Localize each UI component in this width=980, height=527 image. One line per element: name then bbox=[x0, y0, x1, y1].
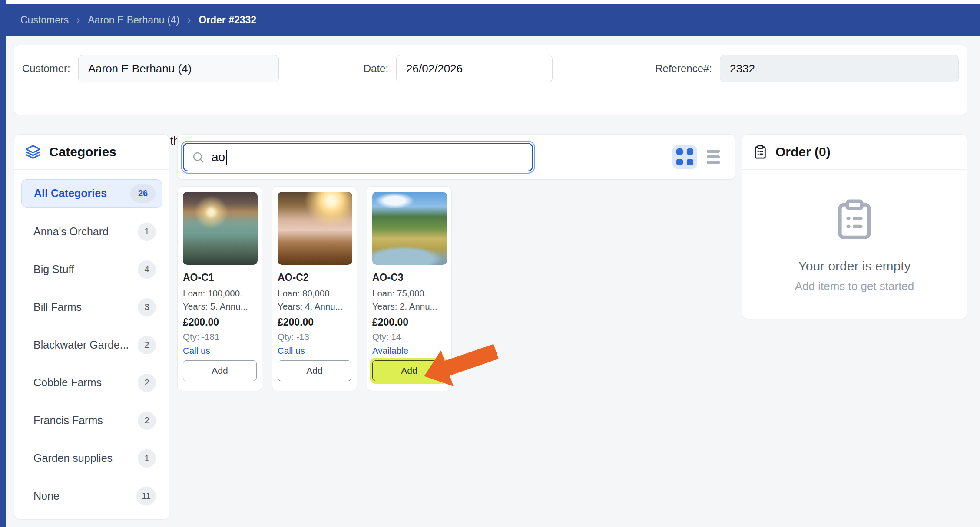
category-item-none[interactable]: None 11 bbox=[21, 482, 162, 510]
product-image-ao-c2 bbox=[278, 192, 352, 265]
category-count-badge: 4 bbox=[138, 260, 156, 279]
layers-icon bbox=[25, 144, 41, 160]
category-item-cobble-farms[interactable]: Cobble Farms 2 bbox=[21, 369, 162, 396]
product-description: Loan: 75,000. Years: 2. Annu... bbox=[372, 287, 446, 313]
categories-title: Categories bbox=[49, 145, 116, 159]
reference-label: Reference#: bbox=[655, 63, 712, 75]
product-sku: AO-C3 bbox=[372, 272, 446, 283]
category-label: Blackwater Garde... bbox=[33, 339, 129, 351]
category-item-big-stuff[interactable]: Big Stuff 4 bbox=[21, 256, 162, 283]
product-availability-status: Available bbox=[372, 346, 446, 356]
clipboard-icon bbox=[753, 145, 768, 159]
categories-header: Categories bbox=[14, 135, 169, 170]
order-empty-title: Your order is empty bbox=[798, 259, 910, 273]
search-icon bbox=[192, 151, 205, 164]
breadcrumb: Customers › Aaron E Berhanu (4) › Order … bbox=[0, 14, 256, 26]
date-label: Date: bbox=[364, 63, 388, 75]
product-card-ao-c1: AO-C1 Loan: 100,000. Years: 5. Annu... £… bbox=[177, 186, 262, 391]
reference-value: 2332 bbox=[730, 62, 755, 76]
grid-view-icon bbox=[676, 148, 683, 155]
category-count-badge: 2 bbox=[138, 336, 156, 354]
left-edge-strip bbox=[0, 0, 6, 527]
category-count-badge: 3 bbox=[138, 298, 156, 316]
product-price: £200.00 bbox=[278, 316, 351, 328]
view-toggles bbox=[672, 145, 735, 169]
category-item-francis-farms[interactable]: Francis Farms 2 bbox=[21, 407, 162, 434]
category-count-badge: 26 bbox=[130, 184, 156, 203]
grid-view-toggle[interactable] bbox=[672, 145, 697, 169]
order-empty-subtitle: Add items to get started bbox=[795, 280, 914, 293]
category-label: Francis Farms bbox=[33, 414, 103, 427]
product-qty: Qty: -13 bbox=[278, 332, 351, 342]
category-count-badge: 1 bbox=[138, 449, 156, 468]
order-panel-header: Order (0) bbox=[742, 135, 967, 170]
category-label: Big Stuff bbox=[33, 263, 74, 276]
customer-label: Customer: bbox=[22, 63, 70, 75]
list-view-icon bbox=[707, 150, 720, 153]
date-value: 26/02/2026 bbox=[406, 62, 463, 76]
product-price: £200.00 bbox=[372, 316, 446, 328]
categories-panel: Categories All Categories 26 Anna's Orch… bbox=[14, 134, 169, 520]
add-button-ao-c2[interactable]: Add bbox=[278, 360, 351, 381]
product-card-ao-c3: AO-C3 Loan: 75,000. Years: 2. Annu... £2… bbox=[367, 186, 452, 391]
product-qty: Qty: 14 bbox=[372, 332, 446, 342]
product-availability-link[interactable]: Call us bbox=[278, 346, 351, 356]
search-value: ao bbox=[212, 150, 225, 164]
breadcrumb-separator-icon: › bbox=[187, 14, 191, 26]
breadcrumb-customer-name[interactable]: Aaron E Berhanu (4) bbox=[88, 14, 179, 26]
breadcrumb-separator-icon: › bbox=[76, 14, 80, 26]
date-input[interactable]: 26/02/2026 bbox=[396, 55, 553, 82]
category-item-garden-supplies[interactable]: Garden supplies 1 bbox=[21, 445, 162, 472]
category-item-blackwater-gardens[interactable]: Blackwater Garde... 2 bbox=[21, 331, 162, 359]
add-button-ao-c3-highlighted[interactable]: Add bbox=[372, 360, 446, 381]
product-card-ao-c2: AO-C2 Loan: 80,000. Years: 4. Annu... £2… bbox=[272, 186, 357, 391]
category-item-annas-orchard[interactable]: Anna's Orchard 1 bbox=[21, 218, 162, 245]
product-qty: Qty: -181 bbox=[183, 332, 257, 342]
product-sku: AO-C1 bbox=[183, 272, 257, 283]
empty-clipboard-icon bbox=[833, 195, 876, 243]
category-label: Anna's Orchard bbox=[33, 225, 109, 238]
category-label: Bill Farms bbox=[33, 301, 82, 313]
category-label: None bbox=[33, 490, 60, 502]
product-availability-link[interactable]: Call us bbox=[183, 346, 257, 356]
order-panel-title: Order (0) bbox=[775, 145, 831, 159]
order-panel: Order (0) Your order is empty Add items … bbox=[742, 134, 967, 319]
product-price: £200.00 bbox=[183, 316, 257, 328]
product-description: Loan: 80,000. Years: 4. Annu... bbox=[278, 287, 351, 313]
breadcrumb-bar: Customers › Aaron E Berhanu (4) › Order … bbox=[0, 4, 980, 36]
product-grid: AO-C1 Loan: 100,000. Years: 5. Annu... £… bbox=[177, 186, 452, 391]
product-search-card: ao bbox=[177, 134, 735, 180]
customer-input[interactable]: Aaron E Berhanu (4) bbox=[78, 55, 279, 82]
order-header-card: Customer: Aaron E Berhanu (4) Date: 26/0… bbox=[14, 45, 967, 115]
reference-input[interactable]: 2332 bbox=[720, 55, 959, 82]
category-count-badge: 2 bbox=[138, 412, 156, 430]
product-sku: AO-C2 bbox=[278, 272, 351, 283]
category-label: All Categories bbox=[34, 187, 107, 200]
product-image-ao-c3 bbox=[372, 192, 447, 265]
category-label: Garden supplies bbox=[33, 452, 113, 464]
categories-list: All Categories 26 Anna's Orchard 1 Big S… bbox=[14, 170, 169, 510]
product-image-ao-c1 bbox=[183, 192, 258, 265]
order-empty-state: Your order is empty Add items to get sta… bbox=[742, 170, 967, 319]
breadcrumb-customers[interactable]: Customers bbox=[20, 14, 69, 26]
category-count-badge: 11 bbox=[136, 487, 156, 505]
add-button-ao-c1[interactable]: Add bbox=[183, 360, 257, 381]
customer-value: Aaron E Berhanu (4) bbox=[88, 62, 192, 76]
category-item-bill-farms[interactable]: Bill Farms 3 bbox=[21, 293, 162, 321]
search-input[interactable]: ao bbox=[183, 143, 533, 171]
category-label: Cobble Farms bbox=[33, 376, 102, 389]
breadcrumb-current-order: Order #2332 bbox=[199, 14, 256, 26]
category-item-all-categories[interactable]: All Categories 26 bbox=[21, 179, 162, 208]
category-count-badge: 1 bbox=[138, 223, 156, 241]
list-view-toggle[interactable] bbox=[707, 150, 720, 164]
text-caret bbox=[226, 150, 227, 165]
order-header-fields-row: Customer: Aaron E Berhanu (4) Date: 26/0… bbox=[14, 55, 967, 82]
top-margin bbox=[0, 0, 980, 4]
category-count-badge: 2 bbox=[138, 374, 156, 392]
product-description: Loan: 100,000. Years: 5. Annu... bbox=[183, 287, 257, 313]
